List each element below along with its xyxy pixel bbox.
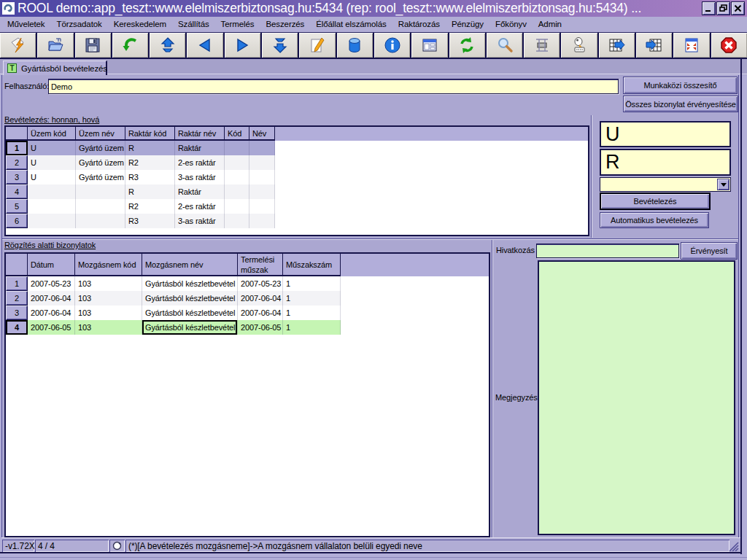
table-cell[interactable]: Raktár <box>175 184 225 199</box>
table-cell[interactable]: 1 <box>283 291 341 306</box>
column-header[interactable]: Műszakszám <box>283 254 341 276</box>
validate-button[interactable]: Érvényesít <box>681 242 738 260</box>
table-row[interactable]: 42007-06-05103Gyártásból készletbevétel2… <box>6 320 489 335</box>
resize-grip[interactable] <box>729 542 739 551</box>
column-header[interactable]: Üzem név <box>76 127 125 141</box>
reference-input[interactable] <box>536 244 679 258</box>
table-cell[interactable]: U <box>28 155 76 170</box>
table-cell[interactable] <box>249 141 275 155</box>
table-cell[interactable] <box>249 155 275 170</box>
table-cell[interactable]: R2 <box>125 199 175 214</box>
table-cell[interactable]: 2007-06-04 <box>28 306 75 320</box>
toolbar-button-last-record[interactable] <box>262 33 298 58</box>
restore-button[interactable] <box>716 1 730 15</box>
toolbar-button-exit[interactable] <box>0 33 36 58</box>
table-cell[interactable]: Gyártó üzem <box>76 155 125 170</box>
menu-item-t-rzsadatok[interactable]: Törzsadatok <box>51 18 108 31</box>
table-row[interactable]: 22007-06-04103Gyártásból készletbevétel2… <box>6 291 489 306</box>
table-cell[interactable] <box>76 199 125 214</box>
table-row[interactable]: 12007-05-23103Gyártásból készletbevétel2… <box>6 276 489 291</box>
table-cell[interactable]: Gyártásból készletbevétel <box>142 320 238 335</box>
table-row[interactable]: 3UGyártó üzemR33-as raktár <box>6 170 588 184</box>
table-cell[interactable] <box>28 184 76 199</box>
table-cell[interactable]: R <box>125 184 175 199</box>
table-cell[interactable]: 103 <box>75 306 142 320</box>
menu-item-p-nz-gy[interactable]: Pénzügy <box>446 18 489 31</box>
table-cell[interactable]: Gyártásból készletbevétel <box>142 276 238 291</box>
toolbar-button-edit[interactable] <box>299 33 335 58</box>
column-header[interactable]: Raktár név <box>175 127 225 141</box>
table-cell[interactable] <box>28 214 76 228</box>
toolbar-button-undo[interactable] <box>112 33 148 58</box>
column-header[interactable]: Üzem kód <box>28 127 76 141</box>
receive-button[interactable]: Bevételezés <box>600 192 711 210</box>
toolbar-button-form[interactable] <box>411 33 447 58</box>
table-cell[interactable] <box>225 184 249 199</box>
table-cell[interactable]: R2 <box>125 155 175 170</box>
table-cell[interactable]: Gyártásból készletbevétel <box>142 291 238 306</box>
table-cell[interactable] <box>225 155 249 170</box>
toolbar-button-search[interactable] <box>487 33 522 58</box>
table-cell[interactable]: R3 <box>125 170 175 184</box>
toolbar-button-fit-screen[interactable] <box>673 33 709 58</box>
toolbar-button-info[interactable] <box>374 33 410 58</box>
table-cell[interactable]: U <box>28 141 76 155</box>
table-row[interactable]: 32007-06-04103Gyártásból készletbevétel2… <box>6 306 489 320</box>
toolbar-button-input-devices[interactable] <box>561 33 597 58</box>
table-cell[interactable]: 1 <box>283 320 341 335</box>
table-cell[interactable] <box>225 199 249 214</box>
row-header[interactable]: 4 <box>6 184 28 199</box>
from-code-input[interactable]: U <box>600 121 731 147</box>
table-cell[interactable]: 2007-06-04 <box>238 306 283 320</box>
column-header[interactable]: Raktár kód <box>125 127 175 141</box>
toolbar-button-stop[interactable] <box>711 33 747 58</box>
auto-receive-button[interactable]: Automatikus bevételezés <box>600 212 709 228</box>
table-cell[interactable] <box>28 199 76 214</box>
table-cell[interactable]: 103 <box>75 291 142 306</box>
table-row[interactable]: 6R33-as raktár <box>6 214 588 228</box>
row-header[interactable]: 1 <box>6 141 28 155</box>
row-header[interactable]: 5 <box>6 199 28 214</box>
table-cell[interactable] <box>249 214 275 228</box>
menu-item-f-k-nyv[interactable]: Főkönyv <box>489 18 533 31</box>
menu-item-beszerz-s[interactable]: Beszerzés <box>260 18 310 31</box>
table-cell[interactable]: U <box>28 170 76 184</box>
table-cell[interactable]: 1 <box>283 276 341 291</box>
toolbar-button-first-record[interactable] <box>150 33 185 58</box>
table-cell[interactable] <box>76 214 125 228</box>
table-row[interactable]: 4RRaktár <box>6 184 588 199</box>
menu-item-sz-ll-t-s[interactable]: Szállítás <box>172 18 215 31</box>
table-cell[interactable]: 2007-06-05 <box>28 320 75 335</box>
note-textarea[interactable] <box>538 260 735 535</box>
table-cell[interactable] <box>225 141 249 155</box>
worklist-summary-button[interactable]: Munkaközi összesítő <box>623 77 738 94</box>
toolbar-button-save[interactable] <box>75 33 111 58</box>
table-row[interactable]: 1UGyártó üzemRRaktár <box>6 141 588 155</box>
menu-item-termel-s[interactable]: Termelés <box>215 18 260 31</box>
table-cell[interactable]: Gyártó üzem <box>76 170 125 184</box>
table-cell[interactable]: Raktár <box>175 141 225 155</box>
table-cell[interactable]: 3-as raktár <box>175 214 225 228</box>
to-code-input[interactable]: R <box>600 149 731 176</box>
row-header[interactable]: 6 <box>6 214 28 228</box>
column-header[interactable]: Mozgásnem kód <box>75 254 142 276</box>
row-header[interactable]: 2 <box>6 155 28 170</box>
table-cell[interactable] <box>225 214 249 228</box>
menu-item-kereskedelem[interactable]: Kereskedelem <box>108 18 172 31</box>
table-cell[interactable] <box>76 184 125 199</box>
table-cell[interactable]: Gyártó üzem <box>76 141 125 155</box>
table-cell[interactable]: 2007-05-23 <box>238 276 283 291</box>
column-header[interactable]: Termelési műszak <box>238 254 283 276</box>
table-row[interactable]: 2UGyártó üzemR22-es raktár <box>6 155 588 170</box>
table-cell[interactable]: 2007-06-04 <box>28 291 75 306</box>
column-header[interactable]: Név <box>249 127 275 141</box>
column-header[interactable]: Dátum <box>28 254 75 276</box>
table-cell[interactable] <box>249 184 275 199</box>
transfer-combo[interactable] <box>600 177 731 192</box>
row-header[interactable]: 3 <box>6 170 28 184</box>
toolbar-button-database[interactable] <box>337 33 373 58</box>
table-cell[interactable]: R3 <box>125 214 175 228</box>
tab-gyartasbol-bevetelezes[interactable]: T Gyártásból bevételezés <box>3 61 107 75</box>
menu-item-rakt-roz-s[interactable]: Raktározás <box>392 18 446 31</box>
column-header[interactable]: Kód <box>225 127 249 141</box>
